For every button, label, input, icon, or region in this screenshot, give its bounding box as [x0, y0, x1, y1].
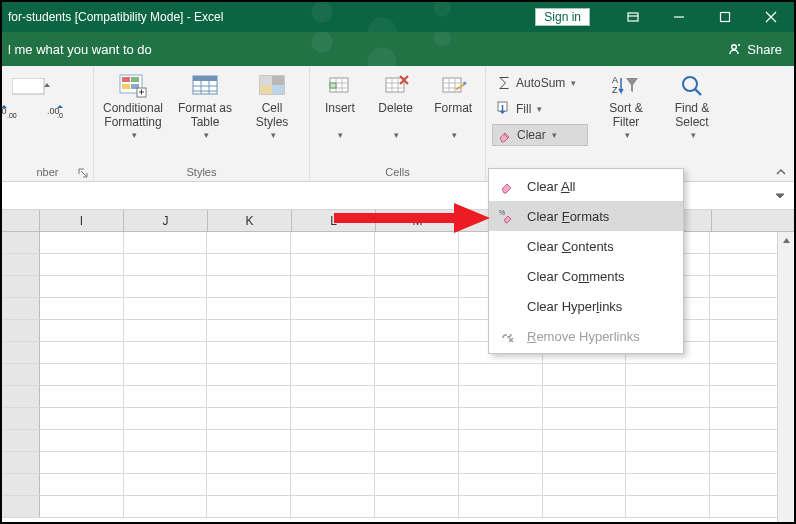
cell[interactable]: [543, 452, 627, 473]
cell[interactable]: [207, 276, 291, 297]
scroll-up-button[interactable]: [778, 232, 794, 249]
cell[interactable]: [375, 364, 459, 385]
increase-decimal-icon[interactable]: .0.00: [0, 102, 28, 120]
cell[interactable]: [207, 496, 291, 517]
cell[interactable]: [124, 496, 208, 517]
cell[interactable]: [291, 342, 375, 363]
cell[interactable]: [459, 364, 543, 385]
row-header[interactable]: [2, 276, 40, 297]
cell[interactable]: [124, 276, 208, 297]
vertical-scrollbar[interactable]: [777, 232, 794, 522]
cell[interactable]: [291, 474, 375, 495]
cell[interactable]: [375, 474, 459, 495]
row-header[interactable]: [2, 386, 40, 407]
cell[interactable]: [291, 496, 375, 517]
row-header[interactable]: [2, 320, 40, 341]
cell[interactable]: [40, 298, 124, 319]
clear-menu-item[interactable]: Clear All: [489, 171, 683, 201]
row-header[interactable]: [2, 298, 40, 319]
cell[interactable]: [543, 474, 627, 495]
cell[interactable]: [207, 254, 291, 275]
row-header[interactable]: [2, 232, 40, 253]
cell[interactable]: [291, 254, 375, 275]
cell[interactable]: [543, 496, 627, 517]
cell[interactable]: [543, 364, 627, 385]
cell[interactable]: [375, 408, 459, 429]
cell[interactable]: [40, 254, 124, 275]
cell[interactable]: [291, 408, 375, 429]
minimize-button[interactable]: [656, 2, 702, 32]
cell[interactable]: [543, 408, 627, 429]
cell[interactable]: [626, 452, 710, 473]
cell[interactable]: [40, 386, 124, 407]
ribbon-display-options-button[interactable]: [610, 2, 656, 32]
cell[interactable]: [291, 298, 375, 319]
cell[interactable]: [124, 254, 208, 275]
cell[interactable]: [40, 232, 124, 253]
cell[interactable]: [40, 452, 124, 473]
cell[interactable]: [207, 386, 291, 407]
fill-button[interactable]: Fill▾: [492, 98, 588, 120]
cell[interactable]: [626, 364, 710, 385]
cell[interactable]: [207, 430, 291, 451]
autosum-button[interactable]: AutoSum▾: [492, 72, 588, 94]
column-header[interactable]: K: [208, 210, 292, 231]
cell[interactable]: [375, 276, 459, 297]
cell[interactable]: [459, 474, 543, 495]
cell[interactable]: [375, 430, 459, 451]
cell[interactable]: [207, 408, 291, 429]
cell[interactable]: [626, 474, 710, 495]
cell[interactable]: [40, 474, 124, 495]
tell-me-prompt[interactable]: l me what you want to do: [8, 42, 152, 57]
cell[interactable]: [40, 320, 124, 341]
cell[interactable]: [375, 254, 459, 275]
cell[interactable]: [626, 430, 710, 451]
cell[interactable]: [626, 408, 710, 429]
cell[interactable]: [459, 386, 543, 407]
cell[interactable]: [40, 430, 124, 451]
cell[interactable]: [626, 496, 710, 517]
row-header[interactable]: [2, 452, 40, 473]
cell[interactable]: [626, 386, 710, 407]
cell[interactable]: [207, 342, 291, 363]
row-header[interactable]: [2, 430, 40, 451]
close-button[interactable]: [748, 2, 794, 32]
row-header[interactable]: [2, 342, 40, 363]
cell[interactable]: [124, 408, 208, 429]
collapse-ribbon-button[interactable]: [772, 165, 790, 179]
cell[interactable]: [124, 364, 208, 385]
share-button[interactable]: Share: [727, 42, 782, 57]
sign-in-button[interactable]: Sign in: [535, 8, 590, 26]
cell[interactable]: [375, 452, 459, 473]
cell[interactable]: [124, 386, 208, 407]
cell[interactable]: [40, 496, 124, 517]
cell[interactable]: [375, 320, 459, 341]
cell[interactable]: [375, 386, 459, 407]
row-header[interactable]: [2, 254, 40, 275]
formula-bar-expand-button[interactable]: [772, 188, 788, 204]
cell[interactable]: [291, 320, 375, 341]
cell[interactable]: [207, 232, 291, 253]
row-header[interactable]: [2, 474, 40, 495]
insert-cells-button[interactable]: Insert▾: [316, 70, 364, 140]
cell[interactable]: [124, 430, 208, 451]
cell[interactable]: [375, 496, 459, 517]
cell[interactable]: [459, 452, 543, 473]
cell[interactable]: [124, 298, 208, 319]
cell[interactable]: [543, 430, 627, 451]
clear-button[interactable]: Clear▾: [492, 124, 588, 146]
row-header[interactable]: [2, 364, 40, 385]
cell-styles-button[interactable]: Cell Styles▾: [244, 70, 300, 140]
number-dialog-launcher[interactable]: [77, 167, 89, 179]
cell[interactable]: [124, 320, 208, 341]
select-all-corner[interactable]: [2, 210, 40, 231]
cell[interactable]: [207, 320, 291, 341]
row-header[interactable]: [2, 408, 40, 429]
row-header[interactable]: [2, 496, 40, 517]
clear-menu-item[interactable]: Clear Hyperlinks: [489, 291, 683, 321]
cell[interactable]: [291, 276, 375, 297]
cell[interactable]: [375, 342, 459, 363]
cell[interactable]: [40, 364, 124, 385]
cell[interactable]: [124, 474, 208, 495]
clear-menu-item[interactable]: %Clear Formats: [489, 201, 683, 231]
